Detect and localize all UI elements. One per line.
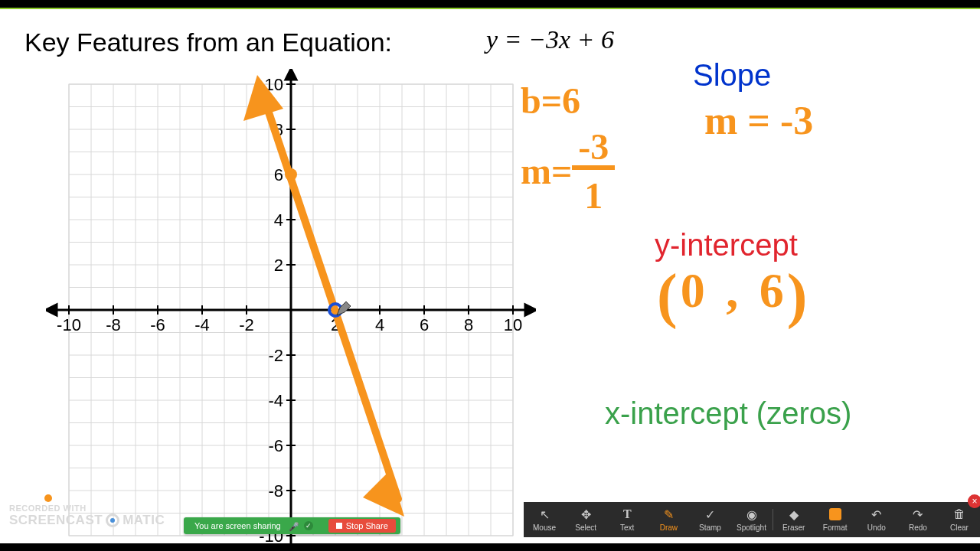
text-button[interactable]: TText — [606, 502, 648, 537]
svg-text:-6: -6 — [150, 315, 165, 334]
coordinate-graph: -10-8-6-4-2 246810 108642 -2-4-6-8-10 — [46, 69, 536, 551]
screen-share-bar[interactable]: You are screen sharing 🎤 ✓ Stop Share — [184, 517, 400, 534]
text-icon: T — [620, 507, 634, 521]
spotlight-button[interactable]: ◉Spotlight — [730, 502, 772, 537]
equation: y = −3x + 6 — [486, 25, 614, 54]
svg-text:6: 6 — [420, 315, 429, 334]
format-button[interactable]: Format — [815, 502, 856, 537]
svg-marker-45 — [525, 305, 536, 315]
screencast-watermark: RECORDED WITH SCREENCAST MATIC — [9, 504, 165, 528]
svg-text:-8: -8 — [106, 315, 121, 334]
svg-text:-2: -2 — [268, 346, 283, 365]
redo-button[interactable]: ↷Redo — [897, 502, 939, 537]
move-icon: ✥ — [579, 507, 593, 521]
x-intercept-label: x-intercept (zeros) — [605, 396, 851, 431]
format-icon — [828, 507, 842, 521]
undo-icon: ↶ — [870, 507, 884, 521]
annotation-toolbar: ↖Mouse ✥Select TText ✎Draw ✓Stamp ◉Spotl… — [524, 502, 980, 537]
svg-text:-4: -4 — [194, 315, 210, 334]
cursor-icon: ↖ — [537, 507, 551, 521]
annotation-m-equals: m = -3 — [704, 98, 813, 143]
svg-text:-8: -8 — [268, 481, 283, 500]
mic-icon[interactable]: 🎤 — [289, 522, 296, 530]
trash-icon: 🗑 — [952, 507, 966, 521]
annotation-b-equals: b=6 — [521, 80, 580, 122]
stop-icon — [336, 523, 342, 529]
y-intercept-label: y-intercept — [655, 228, 798, 262]
check-icon: ✓ — [703, 507, 717, 521]
svg-point-94 — [333, 308, 338, 312]
undo-button[interactable]: ↶Undo — [856, 502, 897, 537]
pencil-icon: ✎ — [662, 507, 675, 521]
svg-text:8: 8 — [464, 315, 473, 334]
svg-marker-47 — [286, 69, 296, 80]
eraser-icon: ◆ — [787, 507, 801, 521]
svg-text:-4: -4 — [268, 391, 283, 410]
svg-text:6: 6 — [274, 165, 283, 184]
svg-text:4: 4 — [274, 210, 283, 230]
svg-text:-10: -10 — [57, 315, 81, 334]
slope-label: Slope — [693, 58, 771, 93]
svg-point-92 — [285, 168, 297, 181]
svg-marker-46 — [46, 305, 57, 315]
screencast-logo-icon — [106, 514, 119, 527]
svg-text:2: 2 — [274, 256, 283, 275]
stop-share-button[interactable]: Stop Share — [328, 519, 396, 533]
page-title: Key Features from an Equation: — [24, 28, 392, 57]
stamp-button[interactable]: ✓Stamp — [689, 502, 730, 537]
svg-text:10: 10 — [504, 315, 522, 334]
redo-icon: ↷ — [911, 507, 925, 521]
close-toolbar-button[interactable]: × — [968, 494, 980, 508]
mouse-button[interactable]: ↖Mouse — [524, 502, 565, 537]
select-button[interactable]: ✥Select — [565, 502, 606, 537]
annotation-m-fraction: m=-31 — [521, 129, 615, 221]
eraser-button[interactable]: ◆Eraser — [773, 502, 815, 537]
svg-text:4: 4 — [375, 315, 384, 334]
svg-text:-6: -6 — [268, 436, 283, 455]
annotation-y-intercept-value: (0 , 6) — [657, 259, 810, 331]
svg-text:-2: -2 — [239, 315, 254, 334]
spotlight-icon: ◉ — [745, 507, 759, 521]
share-status-text: You are screen sharing — [194, 521, 281, 530]
check-icon[interactable]: ✓ — [304, 521, 313, 530]
draw-button[interactable]: ✎Draw — [648, 502, 689, 537]
stray-dot-icon — [44, 494, 52, 502]
